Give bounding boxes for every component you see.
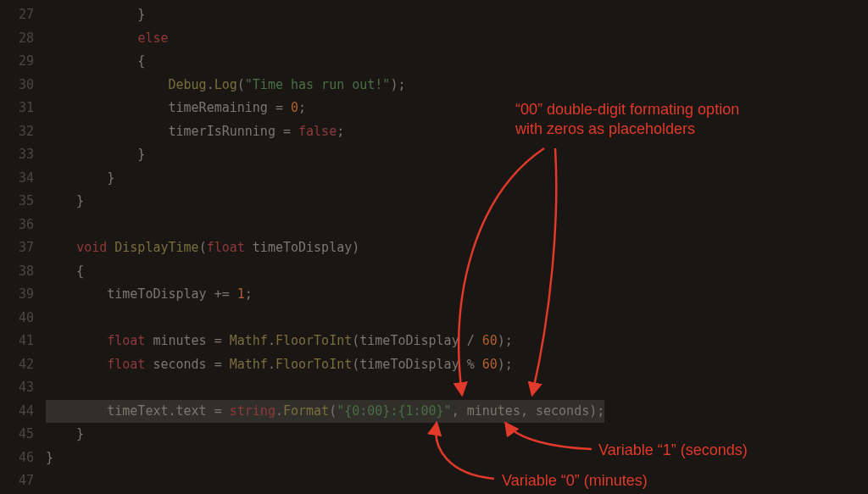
line-number: 39	[0, 283, 34, 307]
line-number: 44	[0, 400, 34, 424]
code-line	[46, 376, 868, 400]
code-line: float seconds = Mathf.FloorToInt(timeToD…	[46, 353, 868, 377]
line-number: 40	[0, 307, 34, 330]
line-number: 45	[0, 423, 34, 447]
code-line: {	[46, 260, 868, 284]
line-number: 47	[0, 469, 34, 493]
code-line: }	[46, 423, 868, 447]
line-number: 36	[0, 214, 34, 237]
code-content[interactable]: } else { Debug.Log("Time has run out!");…	[46, 0, 868, 494]
code-line: timeRemaining = 0;	[46, 97, 868, 120]
code-editor: 27 28 29 30 31 32 33 34 35 36 37 38 39 4…	[0, 0, 868, 494]
code-line	[46, 214, 868, 237]
code-line: timeToDisplay += 1;	[46, 283, 868, 307]
code-line: }	[46, 447, 868, 470]
line-number: 41	[0, 330, 34, 353]
line-number: 31	[0, 97, 34, 120]
line-number: 46	[0, 447, 34, 470]
line-number: 42	[0, 353, 34, 377]
code-line: float minutes = Mathf.FloorToInt(timeToD…	[46, 330, 868, 353]
line-number: 27	[0, 3, 34, 27]
code-line-highlighted: timeText.text = string.Format("{0:00}:{1…	[46, 400, 604, 424]
code-line: else	[46, 27, 868, 51]
line-number: 37	[0, 236, 34, 260]
line-number: 38	[0, 260, 34, 284]
code-line: }	[46, 167, 868, 191]
code-line: void DisplayTime(float timeToDisplay)	[46, 236, 868, 260]
code-line: timerIsRunning = false;	[46, 120, 868, 144]
code-line: }	[46, 3, 868, 27]
code-line: {	[46, 50, 868, 74]
code-line: Debug.Log("Time has run out!");	[46, 74, 868, 97]
code-line	[46, 469, 868, 493]
line-number: 43	[0, 376, 34, 400]
code-line: }	[46, 143, 868, 167]
line-number: 32	[0, 120, 34, 144]
line-number: 33	[0, 143, 34, 167]
code-line: }	[46, 190, 868, 214]
line-number: 35	[0, 190, 34, 214]
line-number: 28	[0, 27, 34, 51]
line-number: 30	[0, 74, 34, 97]
line-number: 29	[0, 50, 34, 74]
code-line	[46, 307, 868, 330]
line-number-gutter: 27 28 29 30 31 32 33 34 35 36 37 38 39 4…	[0, 0, 46, 494]
line-number: 34	[0, 167, 34, 191]
